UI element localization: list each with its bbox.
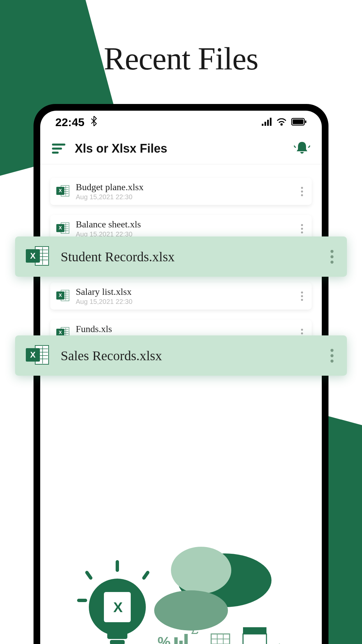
signal-icon [262,118,272,127]
file-date: Aug 15,2021 22:30 [76,298,292,306]
svg-text:X: X [30,350,36,359]
app-header-title: Xls or Xlsx Files [75,142,285,156]
highlight-file-name: Sales Records.xlsx [61,348,317,364]
svg-rect-49 [84,570,93,580]
svg-rect-7 [305,120,306,123]
more-icon[interactable] [328,346,336,365]
svg-rect-0 [262,124,263,126]
svg-rect-3 [270,118,272,126]
status-time: 22:45 [55,116,84,129]
file-name: Budget plane.xlsx [76,182,292,193]
wifi-icon [277,118,287,127]
excel-icon: X [56,221,70,236]
more-icon[interactable] [298,184,306,199]
excel-icon: X [26,343,50,368]
phone-screen: 22:45 Xls or Xlsx Files [40,111,322,644]
illustration: X % € £ $ [40,540,322,644]
excel-icon: X [26,245,50,269]
file-name: Salary list.xlsx [76,286,292,297]
page-title: Recent Files [0,40,362,77]
svg-text:X: X [30,251,36,260]
svg-text:X: X [59,330,62,335]
svg-text:£: £ [191,622,198,637]
svg-text:X: X [113,599,123,615]
bell-icon[interactable] [294,141,310,157]
more-icon[interactable] [298,221,306,236]
file-name: Balance sheet.xls [76,219,292,230]
more-icon[interactable] [298,289,306,304]
svg-rect-54 [179,641,183,644]
bluetooth-icon [90,116,97,128]
svg-text:X: X [59,188,62,193]
svg-text:%: % [158,634,171,644]
svg-rect-48 [116,560,119,572]
file-item[interactable]: X Budget plane.xlsx Aug 15,2021 22:30 [50,178,312,205]
svg-point-41 [171,547,231,594]
highlight-file-item[interactable]: X Student Records.xlsx [15,236,347,277]
svg-rect-6 [293,119,303,124]
highlight-file-name: Student Records.xlsx [61,249,317,265]
svg-text:X: X [59,292,62,298]
svg-rect-1 [264,122,266,126]
more-icon[interactable] [328,247,336,266]
highlight-file-item[interactable]: X Sales Records.xlsx [15,335,347,376]
battery-icon [291,118,307,127]
svg-text:€: € [196,643,203,644]
svg-text:$: $ [275,641,284,644]
excel-icon: X [56,184,70,199]
svg-rect-53 [174,637,178,644]
svg-rect-55 [184,634,188,644]
svg-rect-50 [141,570,150,580]
file-item[interactable]: X Salary list.xlsx Aug 15,2021 22:30 [50,282,312,310]
svg-text:X: X [59,225,62,230]
menu-icon[interactable] [52,144,65,154]
svg-point-4 [281,123,283,125]
svg-rect-2 [267,120,269,126]
file-date: Aug 15,2021 22:30 [76,193,292,201]
status-bar: 22:45 [40,111,322,132]
svg-rect-51 [77,599,87,602]
svg-rect-64 [243,634,266,644]
excel-icon: X [56,289,70,304]
app-header: Xls or Xlsx Files [40,132,322,164]
svg-rect-44 [107,632,127,639]
svg-rect-45 [110,640,125,644]
file-name: Funds.xls [76,324,292,334]
svg-rect-65 [243,627,266,634]
